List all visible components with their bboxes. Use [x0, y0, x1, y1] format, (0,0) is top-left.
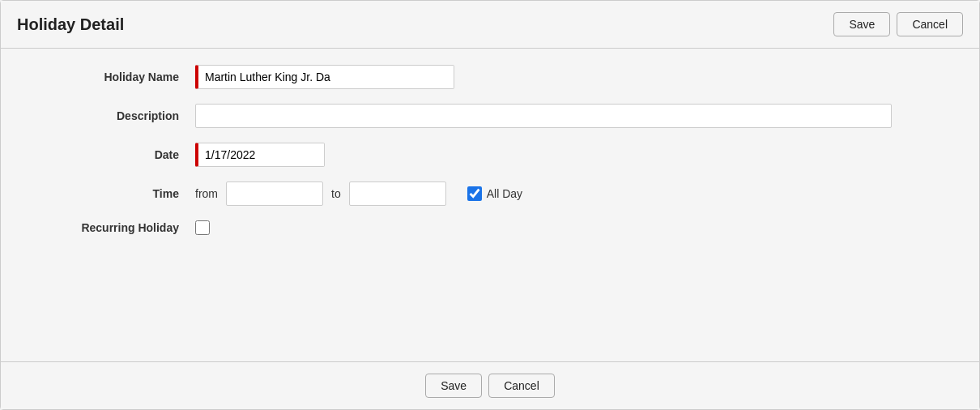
recurring-field [195, 220, 947, 235]
recurring-checkbox[interactable] [195, 220, 210, 235]
holiday-name-field [195, 65, 947, 89]
date-input[interactable] [195, 143, 325, 167]
description-field [195, 104, 947, 128]
header-save-button[interactable]: Save [833, 12, 890, 36]
time-controls: from to All Day [195, 182, 522, 206]
date-field [195, 143, 947, 167]
time-from-input[interactable] [226, 182, 323, 206]
time-row: Time from to All Day [33, 182, 947, 206]
dialog-header: Holiday Detail Save Cancel [1, 1, 979, 49]
holiday-name-row: Holiday Name [33, 65, 947, 89]
footer-save-button[interactable]: Save [425, 374, 482, 398]
header-buttons: Save Cancel [833, 12, 963, 36]
dialog-title: Holiday Detail [17, 15, 124, 34]
holiday-detail-dialog: Holiday Detail Save Cancel Holiday Name … [0, 0, 980, 410]
description-label: Description [33, 109, 195, 122]
description-row: Description [33, 104, 947, 128]
time-label: Time [33, 187, 195, 200]
recurring-label: Recurring Holiday [33, 221, 195, 234]
form-content: Holiday Name Description Date Time from [1, 49, 979, 361]
footer-cancel-button[interactable]: Cancel [488, 374, 555, 398]
date-row: Date [33, 143, 947, 167]
recurring-row: Recurring Holiday [33, 220, 947, 235]
all-day-checkbox[interactable] [467, 186, 482, 201]
all-day-wrapper: All Day [467, 186, 522, 201]
holiday-name-label: Holiday Name [33, 70, 195, 83]
time-from-label: from [195, 187, 218, 200]
dialog-footer: Save Cancel [1, 361, 979, 409]
all-day-label: All Day [487, 187, 522, 200]
time-field: from to All Day [195, 182, 947, 206]
description-input[interactable] [195, 104, 892, 128]
date-label: Date [33, 148, 195, 161]
time-to-input[interactable] [349, 182, 446, 206]
header-cancel-button[interactable]: Cancel [897, 12, 963, 36]
time-to-label: to [331, 187, 341, 200]
holiday-name-input[interactable] [195, 65, 454, 89]
